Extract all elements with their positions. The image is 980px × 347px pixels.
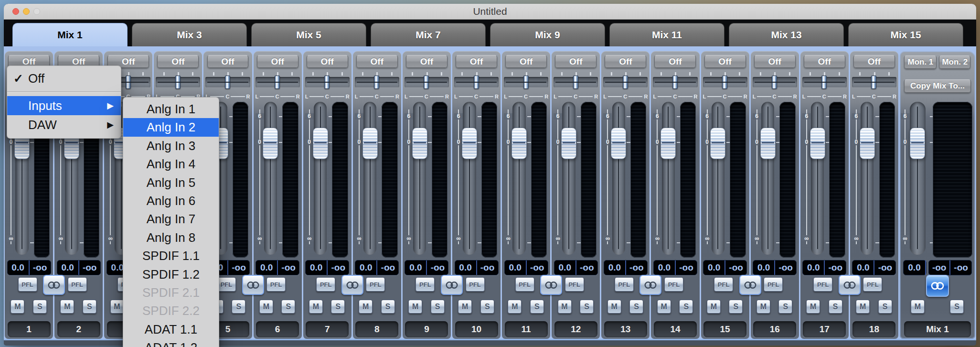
menu-item-adat-1-1[interactable]: ADAT 1.1 <box>123 320 219 338</box>
fader-track[interactable] <box>612 102 625 255</box>
pan-slider[interactable] <box>156 77 200 87</box>
menu-item-anlg-in-2[interactable]: Anlg In 2 <box>123 118 219 136</box>
pan-slider[interactable] <box>205 77 250 87</box>
solo-button[interactable]: S <box>878 300 892 314</box>
pan-slider[interactable] <box>405 77 449 87</box>
tab-mix-7[interactable]: Mix 7 <box>371 23 486 46</box>
pfl-button[interactable]: PFL <box>515 277 534 292</box>
solo-button[interactable]: S <box>829 300 842 314</box>
fader-thumb[interactable] <box>561 128 576 159</box>
fader-track[interactable] <box>363 102 376 255</box>
pan-slider[interactable] <box>554 77 598 87</box>
pfl-button[interactable]: PFL <box>18 277 37 292</box>
master-mute-button[interactable]: M <box>911 300 925 314</box>
fader-thumb[interactable] <box>511 128 527 159</box>
pfl-button[interactable]: PFL <box>615 277 634 292</box>
mute-button[interactable]: M <box>458 300 472 314</box>
menu-item-adat-1-2[interactable]: ADAT 1.2 <box>123 338 219 347</box>
mute-button[interactable]: M <box>309 300 323 314</box>
menu-item-spdif-1-1[interactable]: SPDIF 1.1 <box>123 247 219 265</box>
pan-thumb[interactable] <box>374 76 379 89</box>
input-source-button[interactable]: Off <box>207 55 249 68</box>
pfl-button[interactable]: PFL <box>664 277 683 292</box>
menu-item-anlg-in-1[interactable]: Anlg In 1 <box>123 100 219 118</box>
fader-track[interactable] <box>910 102 926 255</box>
pan-thumb[interactable] <box>126 76 131 89</box>
fader-thumb[interactable] <box>263 128 278 159</box>
pfl-button[interactable]: PFL <box>813 277 832 292</box>
titlebar[interactable]: Untitled <box>4 4 976 20</box>
solo-button[interactable]: S <box>679 300 693 314</box>
pfl-button[interactable]: PFL <box>266 277 286 292</box>
mute-button[interactable]: M <box>408 300 422 314</box>
menu-item-anlg-in-8[interactable]: Anlg In 8 <box>123 228 219 247</box>
master-solo-button[interactable]: S <box>950 300 964 314</box>
solo-button[interactable]: S <box>580 300 594 314</box>
pan-slider[interactable] <box>852 77 896 87</box>
pfl-button[interactable]: PFL <box>714 277 733 292</box>
pfl-button[interactable]: PFL <box>68 277 87 292</box>
tab-mix-5[interactable]: Mix 5 <box>251 23 366 46</box>
mute-button[interactable]: M <box>11 300 24 314</box>
fader-thumb[interactable] <box>412 128 427 159</box>
pan-thumb[interactable] <box>722 76 727 89</box>
tab-mix-15[interactable]: Mix 15 <box>848 23 963 46</box>
menu-item-off[interactable]: ✓Off <box>7 69 121 88</box>
mute-button[interactable]: M <box>508 300 522 314</box>
pfl-button[interactable]: PFL <box>466 277 485 292</box>
mute-button[interactable]: M <box>707 300 721 314</box>
pfl-button[interactable]: PFL <box>415 277 435 292</box>
pan-slider[interactable] <box>504 77 548 87</box>
menu-item-daw[interactable]: DAW▶ <box>7 115 121 134</box>
input-source-button[interactable]: Off <box>555 55 597 68</box>
menu-item-spdif-1-2[interactable]: SPDIF 1.2 <box>123 265 219 283</box>
fader-thumb[interactable] <box>313 128 328 159</box>
pan-thumb[interactable] <box>871 76 876 89</box>
input-source-button[interactable]: Off <box>406 55 447 68</box>
solo-button[interactable]: S <box>480 300 494 314</box>
fader-track[interactable] <box>413 102 426 255</box>
fader-track[interactable] <box>314 102 327 255</box>
solo-button[interactable]: S <box>778 300 792 314</box>
pan-thumb[interactable] <box>772 76 777 89</box>
input-source-button[interactable]: Off <box>804 55 845 68</box>
mute-button[interactable]: M <box>657 300 671 314</box>
input-source-button[interactable]: Off <box>456 55 497 68</box>
solo-button[interactable]: S <box>530 300 544 314</box>
pan-thumb[interactable] <box>275 76 280 89</box>
pfl-button[interactable]: PFL <box>316 277 335 292</box>
input-source-button[interactable]: Off <box>307 55 348 68</box>
pan-thumb[interactable] <box>523 76 529 89</box>
fader-track[interactable] <box>662 102 675 255</box>
solo-button[interactable]: S <box>83 300 96 314</box>
tab-mix-9[interactable]: Mix 9 <box>490 23 605 46</box>
pan-slider[interactable] <box>454 77 499 87</box>
tab-mix-1[interactable]: Mix 1 <box>12 23 128 46</box>
fader-track[interactable] <box>761 102 774 255</box>
solo-button[interactable]: S <box>33 300 47 314</box>
pfl-button[interactable]: PFL <box>764 277 783 292</box>
mute-button[interactable]: M <box>110 300 124 314</box>
fader-track[interactable] <box>712 102 724 255</box>
pan-slider[interactable] <box>603 77 648 87</box>
input-source-button[interactable]: Off <box>157 55 199 68</box>
pan-slider[interactable] <box>753 77 797 87</box>
menu-item-inputs[interactable]: Inputs▶ <box>7 96 121 115</box>
input-source-button[interactable]: Off <box>654 55 696 68</box>
fader-thumb[interactable] <box>760 128 776 159</box>
fader-track[interactable] <box>264 102 277 255</box>
solo-button[interactable]: S <box>431 300 445 314</box>
fader-thumb[interactable] <box>362 128 378 159</box>
mute-button[interactable]: M <box>607 300 621 314</box>
solo-button[interactable]: S <box>381 300 395 314</box>
pfl-button[interactable]: PFL <box>366 277 385 292</box>
mute-button[interactable]: M <box>359 300 373 314</box>
pan-slider[interactable] <box>703 77 747 87</box>
input-source-button[interactable]: Off <box>754 55 796 68</box>
input-source-button[interactable]: Off <box>356 55 398 68</box>
pan-slider[interactable] <box>256 77 300 87</box>
pan-thumb[interactable] <box>225 76 230 89</box>
solo-button[interactable]: S <box>729 300 743 314</box>
solo-button[interactable]: S <box>281 300 295 314</box>
monitor-2-button[interactable]: Mon. 2 <box>939 55 970 69</box>
